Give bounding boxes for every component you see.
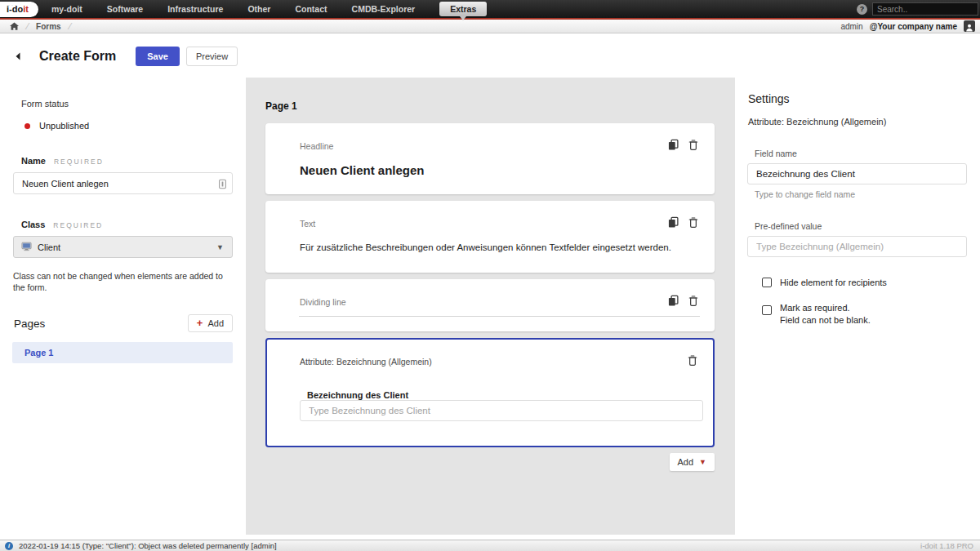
form-status-label: Form status (21, 99, 246, 109)
nav-item-software[interactable]: Software (107, 4, 143, 14)
predefined-value-input[interactable] (747, 236, 967, 257)
trash-icon[interactable] (688, 295, 698, 307)
save-button[interactable]: Save (136, 47, 180, 66)
nav-item-other[interactable]: Other (247, 4, 270, 14)
add-page-button[interactable]: + Add (188, 314, 233, 332)
element-type-label: Text (300, 219, 315, 229)
duplicate-icon[interactable] (668, 295, 679, 307)
translate-field-icon[interactable] (219, 178, 226, 193)
attribute-field-label: Bezeichnung des Client (307, 390, 408, 400)
plus-icon: + (197, 319, 203, 327)
home-icon[interactable] (10, 22, 19, 31)
element-type-label: Dividing line (300, 297, 346, 307)
form-status-value: Unpublished (39, 121, 89, 131)
form-name-input-wrap (13, 172, 233, 194)
help-icon[interactable]: ? (857, 4, 867, 15)
company-name-label: @Your company name (870, 22, 957, 31)
trash-icon[interactable] (688, 139, 698, 151)
topbar-right-group: ? (857, 0, 978, 18)
nav-item-cmdb-explorer[interactable]: CMDB-Explorer (352, 4, 416, 14)
client-class-icon (21, 240, 32, 255)
chevron-down-icon: ▼ (699, 458, 706, 466)
unpublished-status-dot-icon (24, 123, 30, 129)
brand-red-divider (0, 18, 980, 20)
sidebar-page-item-1[interactable]: Page 1 (12, 342, 233, 363)
hide-element-checkbox[interactable] (762, 278, 772, 287)
class-required-badge: REQUIRED (53, 221, 103, 229)
form-builder-canvas: Page 1 Headline Neuen Client anlegen (246, 78, 735, 535)
back-button[interactable] (15, 52, 21, 60)
page-header: Create Form Save Preview (0, 34, 980, 78)
element-actions (658, 295, 698, 307)
idoit-logo[interactable]: ··· i-doit (0, 2, 38, 17)
info-icon: i (5, 542, 13, 550)
name-label: Name (21, 156, 46, 166)
headline-content: Neuen Client anlegen (300, 163, 425, 177)
element-actions (658, 216, 698, 229)
duplicate-icon[interactable] (668, 216, 679, 229)
active-tab-notch (460, 16, 466, 20)
class-label-row: Class REQUIRED (21, 220, 246, 229)
nav-item-infrastructure[interactable]: Infrastructure (167, 4, 223, 14)
form-element-headline[interactable]: Headline Neuen Client anlegen (265, 123, 715, 194)
element-settings-panel: Settings Attribute: Bezeichnung (Allgeme… (735, 78, 980, 535)
add-page-button-label: Add (207, 318, 224, 328)
preview-button[interactable]: Preview (186, 47, 238, 66)
canvas-add-row: Add ▼ (265, 453, 715, 471)
class-select[interactable]: Client ▼ (13, 236, 233, 258)
element-type-label: Headline (300, 141, 333, 151)
mark-required-line2: Field can not be blank. (780, 315, 871, 325)
canvas-page-title: Page 1 (265, 100, 715, 112)
nav-item-contact[interactable]: Contact (295, 4, 327, 14)
add-element-button[interactable]: Add ▼ (670, 453, 715, 471)
name-required-badge: REQUIRED (54, 158, 104, 166)
page-title: Create Form (39, 49, 116, 64)
field-name-label: Field name (755, 149, 980, 158)
trash-icon[interactable] (688, 216, 698, 229)
top-navigation-bar: ··· i-doit my-doit Software Infrastructu… (0, 0, 980, 18)
duplicate-icon[interactable] (668, 139, 679, 151)
chevron-down-icon: ▼ (216, 243, 224, 251)
hide-element-option: Hide element for recipients (762, 277, 980, 288)
trash-icon[interactable] (688, 354, 697, 367)
settings-title: Settings (748, 92, 980, 105)
nav-item-extras-active[interactable]: Extras (439, 2, 487, 16)
status-bar: i 2022-01-19 14:15 (Type: "Client"): Obj… (0, 540, 980, 551)
element-actions (658, 139, 698, 151)
form-properties-sidebar: Form status Unpublished Name REQUIRED Cl… (0, 78, 246, 535)
form-status-row: Unpublished (24, 121, 246, 131)
settings-subtitle: Attribute: Bezeichnung (Allgemein) (748, 117, 980, 127)
mark-required-label: Mark as required. Field can not be blank… (780, 302, 871, 326)
logo-dots-decoration: ··· (8, 2, 18, 7)
mark-required-line1: Mark as required. (780, 303, 850, 313)
form-element-dividing-line[interactable]: Dividing line (265, 279, 715, 331)
search-input[interactable] (872, 2, 978, 16)
nav-item-my-doit[interactable]: my-doit (51, 4, 82, 14)
class-note-text: Class can not be changed when elements a… (13, 270, 233, 293)
breadcrumb-forms[interactable]: Forms (36, 22, 61, 31)
version-label: i-doit 1.18 PRO (920, 541, 973, 550)
name-label-row: Name REQUIRED (21, 156, 246, 166)
pages-section-title: Pages (14, 318, 45, 330)
status-message: 2022-01-19 14:15 (Type: "Client"): Objec… (19, 541, 277, 550)
nav-item-extras-label: Extras (450, 4, 476, 14)
app-window: ··· i-doit my-doit Software Infrastructu… (0, 0, 980, 551)
user-info-group: admin @Your company name (840, 20, 975, 32)
form-element-attribute-selected[interactable]: Attribute: Bezeichnung (Allgemein) Bezei… (265, 338, 715, 447)
breadcrumb-bar: / Forms / admin @Your company name (0, 20, 980, 33)
attribute-field-input[interactable] (300, 400, 703, 421)
element-actions (678, 354, 697, 367)
text-content: Für zusätzliche Beschreibungen oder Anwe… (300, 242, 690, 252)
predefined-value-label: Pre-defined value (755, 221, 980, 231)
mark-required-checkbox[interactable] (762, 305, 772, 315)
mark-required-option: Mark as required. Field can not be blank… (762, 302, 980, 326)
form-name-input[interactable] (13, 172, 233, 194)
pages-header-row: Pages + Add (14, 314, 233, 332)
field-name-input[interactable] (747, 163, 967, 184)
main-menu: my-doit Software Infrastructure Other Co… (51, 2, 487, 16)
field-name-help-text: Type to change field name (755, 189, 980, 199)
class-label: Class (21, 220, 45, 229)
breadcrumb-separator: / (67, 21, 73, 31)
form-element-text[interactable]: Text Für zusätzliche Beschreibungen oder… (265, 201, 715, 273)
user-avatar-icon[interactable] (964, 20, 975, 32)
